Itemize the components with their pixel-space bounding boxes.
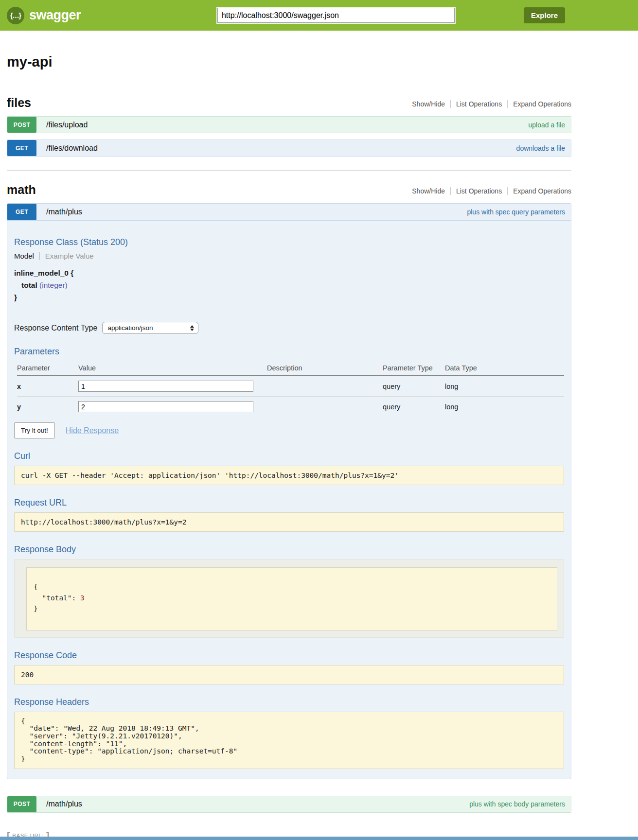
- response-body-container: { "total": 3}: [14, 559, 564, 637]
- param-data-type: long: [445, 376, 564, 397]
- param-data-type: long: [445, 397, 564, 417]
- request-url: http://localhost:3000/math/plus?x=1&y=2: [14, 512, 564, 532]
- parameters-table: Parameter Value Description Parameter Ty…: [17, 361, 564, 417]
- response-headers: { "date": "Wed, 22 Aug 2018 18:49:13 GMT…: [14, 712, 564, 769]
- json-total-line: "total": 3: [34, 593, 550, 603]
- json-value: 3: [80, 594, 85, 602]
- model-open-brace: inline_model_0 {: [14, 267, 564, 279]
- section-title-math: math: [7, 183, 36, 197]
- try-it-out-button[interactable]: Try it out!: [14, 422, 55, 438]
- col-data-type: Data Type: [445, 361, 564, 376]
- json-key: "total": [42, 594, 71, 602]
- param-description: [267, 376, 383, 397]
- model-close-brace: }: [14, 291, 564, 303]
- response-headers-heading: Response Headers: [14, 697, 564, 707]
- section-controls: Show/HideList OperationsExpand Operation…: [407, 187, 571, 195]
- op-row-files-upload[interactable]: POST /files/upload upload a file: [7, 116, 571, 133]
- op-summary[interactable]: plus with spec body parameters: [469, 800, 565, 808]
- logo-glyph: {…}: [10, 12, 21, 19]
- param-y-input[interactable]: [78, 401, 253, 412]
- response-code: 200: [14, 665, 564, 684]
- col-parameter-type: Parameter Type: [383, 361, 445, 376]
- col-parameter: Parameter: [17, 361, 78, 376]
- section-header-math: math Show/HideList OperationsExpand Oper…: [7, 183, 571, 197]
- operation-panel-math-plus-get: GET /math/plus plus with spec query para…: [7, 203, 571, 779]
- section-header-files: files Show/HideList OperationsExpand Ope…: [7, 96, 571, 110]
- method-badge-post[interactable]: POST: [7, 117, 36, 133]
- operation-detail: Response Class (Status 200) Model Exampl…: [7, 221, 571, 779]
- swagger-brand: {…} swagger: [7, 7, 81, 24]
- method-badge-post[interactable]: POST: [7, 796, 36, 812]
- try-it-out-row: Try it out! Hide Response: [14, 422, 564, 438]
- parameters-header-row: Parameter Value Description Parameter Ty…: [17, 361, 564, 376]
- expand-operations-link[interactable]: Expand Operations: [507, 187, 571, 195]
- curl-command: curl -X GET --header 'Accept: applicatio…: [14, 466, 564, 485]
- curl-heading: Curl: [14, 451, 564, 461]
- op-summary[interactable]: downloads a file: [516, 144, 565, 152]
- param-type: query: [383, 376, 445, 397]
- explore-button[interactable]: Explore: [524, 7, 565, 23]
- op-row-math-plus-get[interactable]: GET /math/plus plus with spec query para…: [7, 204, 571, 221]
- op-row-files-download[interactable]: GET /files/download downloads a file: [7, 140, 571, 157]
- response-code-heading: Response Code: [14, 650, 564, 661]
- footer-bar: [0, 837, 638, 840]
- select-arrows-icon: [190, 325, 194, 331]
- op-summary[interactable]: upload a file: [528, 121, 565, 129]
- col-value: Value: [78, 361, 267, 376]
- response-body-json: { "total": 3}: [26, 567, 557, 630]
- model-tabs: Model Example Value: [14, 252, 564, 260]
- model-signature: inline_model_0 { total (integer) }: [14, 267, 564, 303]
- model-property: total (integer): [21, 279, 564, 291]
- request-url-heading: Request URL: [14, 498, 564, 508]
- op-row-math-plus-post[interactable]: POST /math/plus plus with spec body para…: [7, 796, 571, 813]
- swagger-logo-icon: {…}: [7, 7, 24, 24]
- param-name: x: [17, 376, 78, 397]
- json-close-brace: }: [34, 603, 550, 614]
- param-row-y: y query long: [17, 397, 564, 417]
- top-bar: {…} swagger Explore: [0, 0, 638, 31]
- response-content-type-select[interactable]: application/json: [102, 322, 198, 334]
- json-colon: :: [72, 594, 80, 602]
- param-x-input[interactable]: [78, 381, 253, 392]
- response-class-heading: Response Class (Status 200): [14, 237, 564, 247]
- list-operations-link[interactable]: List Operations: [450, 187, 507, 195]
- parameters-heading: Parameters: [14, 347, 564, 357]
- param-description: [267, 397, 383, 417]
- op-summary[interactable]: plus with spec query parameters: [467, 208, 565, 216]
- op-path[interactable]: /math/plus: [46, 208, 82, 216]
- method-badge-get[interactable]: GET: [7, 140, 36, 156]
- op-path[interactable]: /files/download: [46, 144, 98, 153]
- brand-title: swagger: [29, 8, 81, 23]
- hide-response-link[interactable]: Hide Response: [66, 426, 119, 435]
- show-hide-link[interactable]: Show/Hide: [407, 187, 450, 195]
- show-hide-link[interactable]: Show/Hide: [407, 100, 450, 108]
- col-description: Description: [267, 361, 383, 376]
- param-row-x: x query long: [17, 376, 564, 397]
- expand-operations-link[interactable]: Expand Operations: [507, 100, 571, 108]
- model-property-type: (integer): [39, 281, 68, 289]
- method-badge-get[interactable]: GET: [7, 204, 36, 220]
- selected-content-type: application/json: [107, 324, 153, 332]
- section-divider: [7, 170, 571, 171]
- response-content-type-row: Response Content Type application/json: [14, 322, 564, 334]
- json-open-brace: {: [34, 581, 550, 592]
- param-name: y: [17, 397, 78, 417]
- response-body-heading: Response Body: [14, 544, 564, 555]
- page-title: my-api: [7, 54, 571, 70]
- spec-url-input[interactable]: [217, 8, 455, 23]
- list-operations-link[interactable]: List Operations: [450, 100, 507, 108]
- model-property-name: total: [21, 281, 37, 289]
- section-title-files: files: [7, 96, 31, 110]
- tab-model[interactable]: Model: [14, 252, 40, 260]
- section-controls: Show/HideList OperationsExpand Operation…: [407, 100, 571, 108]
- main-content: my-api files Show/HideList OperationsExp…: [7, 54, 571, 840]
- response-content-type-label: Response Content Type: [14, 324, 97, 332]
- op-path[interactable]: /files/upload: [46, 121, 88, 129]
- tab-example-value[interactable]: Example Value: [40, 252, 94, 260]
- op-path[interactable]: /math/plus: [46, 800, 82, 808]
- param-type: query: [383, 397, 445, 417]
